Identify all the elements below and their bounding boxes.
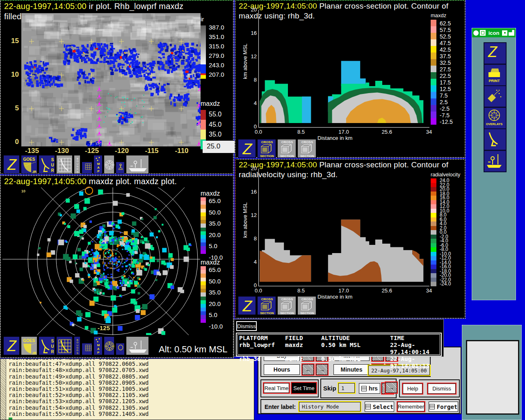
table-header-cell: PLATFORM <box>239 335 285 342</box>
icon-button-print[interactable]: PRINT <box>484 64 507 86</box>
table-cell: rhb_lowprf <box>239 342 285 356</box>
colorbar-segment <box>201 228 206 231</box>
table-row[interactable]: rhb_3dmaxdz0.50 km MSL22-Aug-97,14:01:13 <box>239 356 452 370</box>
svg-text:CROSS: CROSS <box>261 140 273 144</box>
icon-button-ship2[interactable] <box>484 150 507 172</box>
toolbar-button-grid2[interactable] <box>82 343 92 355</box>
colorbar-tick-label: 5.0 <box>209 243 217 249</box>
skip-units-button[interactable]: hrs <box>359 383 380 394</box>
icon-button-sat[interactable] <box>484 85 507 107</box>
toolbar-button-rings[interactable] <box>104 155 114 174</box>
toolbar-button-z[interactable]: Z <box>3 336 20 355</box>
forget-button[interactable]: Forget <box>429 402 458 412</box>
svg-text:P: P <box>97 169 100 173</box>
toolbar-button-grid2[interactable] <box>82 162 92 174</box>
x-tick-label: -110 <box>173 147 190 155</box>
toolbar-button-xsec[interactable]: CROSSSECTION <box>297 296 316 315</box>
toolbar-button-goes[interactable]: GOES.IR <box>21 155 37 174</box>
colorbar-maxdz-title: maxdz <box>201 100 220 107</box>
toolbar-button-gridr[interactable] <box>56 155 73 174</box>
satellite-ir-image[interactable] <box>21 13 201 146</box>
xterm-text[interactable]: rain:beaufait:46>xdump.all 970822.0505.x… <box>9 358 253 420</box>
colorbar-title: maxdz <box>201 190 220 197</box>
x-tick-label: -135 <box>23 147 41 155</box>
colorbar-segment <box>431 183 436 187</box>
skip-fwd-button[interactable]: → <box>386 382 397 393</box>
skip-value-field[interactable]: 1 <box>338 383 355 393</box>
colorbar-segment <box>201 270 206 274</box>
platform-table-frame: PLATFORMFIELDALTITUDETIMErhb_lowprfmaxdz… <box>236 333 442 356</box>
colorbar-segment <box>201 197 206 201</box>
help-button[interactable]: Help <box>403 383 422 394</box>
colorbar-tick-label: 50.0 <box>209 210 221 215</box>
toolbar-button-ship[interactable] <box>126 155 149 174</box>
toolbar-button-z[interactable]: Z <box>238 139 256 158</box>
toolbar-button-xsec[interactable]: CROSSSECTION <box>297 139 316 158</box>
xterm-scrollbar[interactable] <box>0 359 6 420</box>
toolbar-button-xsec[interactable]: CROSSSECTION <box>257 296 276 315</box>
colorbar-segment <box>431 252 436 256</box>
toolbar-button-circ[interactable] <box>116 343 125 355</box>
colorbar-tick-label: 42.5 <box>440 47 451 52</box>
toolbar-button-map[interactable]: MAP <box>94 155 103 174</box>
toolbar-button-goes[interactable]: GOES.IR <box>21 336 37 355</box>
toolbar-button-z[interactable]: Z <box>238 296 256 315</box>
set-time-button[interactable]: Set Time <box>292 383 316 393</box>
toolbar-button-sur[interactable]: SUR <box>39 155 55 174</box>
window-resize-icon[interactable] <box>509 30 514 36</box>
icon-button-overlays[interactable]: OVERLAYS <box>484 107 507 129</box>
dismiss-button[interactable]: Dismiss <box>428 383 456 394</box>
toolbar-button-xsec[interactable]: CROSSSECTION <box>277 139 296 158</box>
svg-text:U: U <box>51 344 54 349</box>
table-row[interactable]: rhb_lowprfmaxdz0.50 km MSL22-Aug-97,14:0… <box>239 342 452 356</box>
colorbar-segment <box>201 231 206 235</box>
colorbar-tick-label: 27.5 <box>440 67 451 72</box>
toolbar-button-map[interactable]: MAP <box>94 336 103 355</box>
z-icon: Z <box>484 43 504 62</box>
colorbar-tick-label: -2.5 <box>440 106 450 112</box>
z-icon: Z <box>238 297 256 315</box>
colorbar-segment <box>431 39 436 46</box>
window-iconify-icon[interactable] <box>480 30 486 36</box>
colorbar-segment <box>431 26 436 33</box>
colorbar-segment <box>431 92 436 98</box>
colorbar-title: radialvelocity <box>431 172 460 178</box>
toolbar-button-z[interactable]: Z <box>3 155 20 174</box>
xsec-maxdz-plot[interactable] <box>258 10 429 128</box>
x-tick-label: 17.0 <box>336 288 351 294</box>
colorbar-segment <box>201 205 206 208</box>
window-title: 22-aug-1997,14:05:00 Planar cross-sectio… <box>239 2 448 11</box>
toolbar-button-gridr[interactable] <box>56 336 73 355</box>
real-time-button[interactable]: Real Time <box>264 383 289 393</box>
time-mode-group: Real Time Set Time <box>260 379 319 397</box>
toolbar-button-bounds[interactable]: BOUNDS <box>74 336 80 355</box>
terminal-prompt-line[interactable] <box>9 417 253 420</box>
toolbar-button-buoy[interactable] <box>116 162 125 174</box>
xsec-velocity-plot[interactable] <box>258 169 429 286</box>
remember-button[interactable]: Remember <box>397 402 425 411</box>
terminal-line: rain:beaufait:54>xdump.all 970822.1305.x… <box>9 405 253 411</box>
toolbar-button-sur[interactable]: SUR <box>39 336 55 355</box>
select-button[interactable]: Select <box>365 402 394 412</box>
window-menu-icon[interactable] <box>473 30 479 36</box>
window-dot-icon[interactable] <box>502 30 507 36</box>
svg-text:S: S <box>77 352 78 354</box>
colorbar-segment <box>201 209 206 212</box>
toolbar-button-rings[interactable] <box>104 336 114 355</box>
label-value-field[interactable]: History Mode <box>299 402 361 411</box>
toolbar-button-xsec[interactable]: CROSSSECTION <box>257 139 276 158</box>
svg-text:CROSS: CROSS <box>301 297 313 301</box>
icon-button-radar[interactable] <box>484 128 507 151</box>
toolbar-button-bounds[interactable]: BOUNDS <box>74 155 80 174</box>
y-axis-title: km above MSL <box>242 198 248 243</box>
ppi-radar-display[interactable] <box>2 187 200 335</box>
toolbar-button-xsec[interactable]: CROSSSECTION <box>277 296 296 315</box>
sur-icon: SUR <box>39 155 55 174</box>
overlays-icon: OVERLAYS <box>484 108 504 127</box>
colorbar-tick-label: -12.5 <box>440 119 453 125</box>
platform-dismiss-button[interactable]: Dismiss <box>236 321 257 331</box>
colorbar-segment <box>201 250 206 254</box>
xsec-icon: CROSSSECTION <box>298 139 317 158</box>
toolbar-button-ship[interactable] <box>126 336 149 355</box>
icon-button-z[interactable]: Z <box>484 42 507 64</box>
